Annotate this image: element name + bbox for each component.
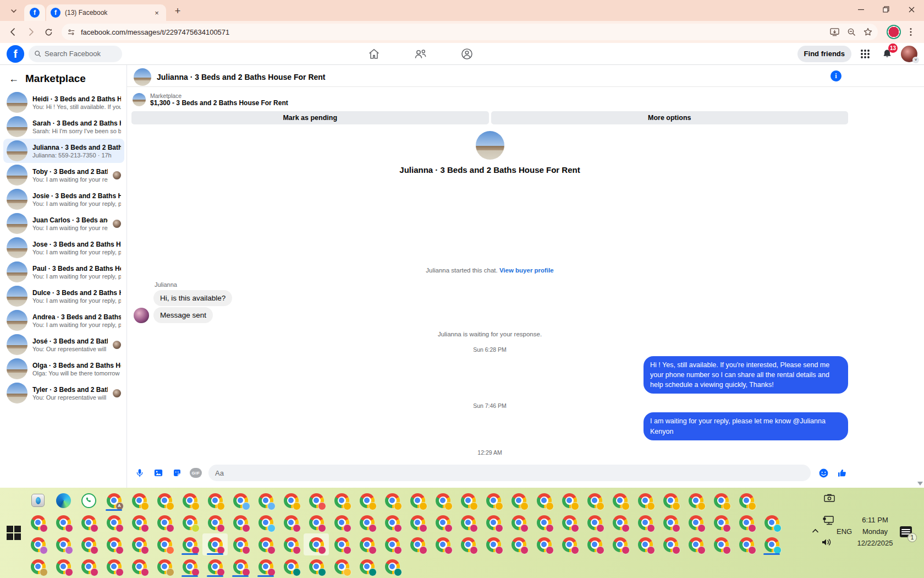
account-avatar[interactable]: ˅ (901, 46, 917, 62)
conversation-item[interactable]: Tyler · 3 Beds and 2 Baths Hous…You: Our… (3, 381, 124, 405)
taskbar-chrome-window[interactable] (278, 533, 304, 555)
volume-icon[interactable] (821, 538, 832, 547)
taskbar-chrome-window[interactable] (658, 511, 683, 533)
bookmark-star-icon[interactable] (864, 28, 872, 36)
taskbar-chrome-window[interactable] (708, 533, 734, 555)
tab-close-icon[interactable]: × (152, 8, 162, 18)
find-friends-button[interactable]: Find friends (798, 46, 851, 62)
taskbar-chrome-window[interactable] (202, 533, 228, 555)
taskbar-chrome-window[interactable] (304, 489, 329, 511)
taskbar-chrome-window[interactable] (51, 555, 76, 577)
taskbar-chrome-window[interactable] (25, 555, 51, 577)
taskbar-chrome-window[interactable] (51, 511, 76, 533)
apps-grid-icon[interactable] (857, 46, 873, 62)
taskbar-chrome-window[interactable] (683, 511, 708, 533)
emoji-icon[interactable] (817, 467, 829, 479)
taskbar-chrome-window[interactable] (759, 511, 784, 533)
forward-button[interactable] (23, 24, 38, 40)
taskbar-chrome-window[interactable] (430, 511, 455, 533)
conversation-item[interactable]: Julianna · 3 Beds and 2 Baths Hous…Julia… (3, 139, 124, 163)
taskbar-chrome-window[interactable] (380, 511, 405, 533)
taskbar-chrome-window[interactable] (152, 489, 177, 511)
taskbar-chrome-window[interactable] (76, 511, 101, 533)
close-window-button[interactable] (899, 0, 924, 19)
active-tab[interactable]: f (13) Facebook × (46, 4, 166, 21)
taskbar-chrome-window[interactable] (228, 489, 253, 511)
taskbar-chrome-window[interactable] (202, 511, 228, 533)
taskbar-chrome-window[interactable] (481, 511, 506, 533)
taskbar-chrome-window[interactable] (202, 489, 228, 511)
gif-icon[interactable]: GIF (190, 467, 202, 479)
taskbar-chrome-window[interactable] (380, 533, 405, 555)
taskbar-chrome-window[interactable] (76, 555, 101, 577)
taskbar-chrome-window[interactable] (405, 533, 430, 555)
taskbar-chrome-window[interactable] (101, 533, 127, 555)
taskbar-chrome-window[interactable] (607, 533, 632, 555)
conversation-item[interactable]: Andrea · 3 Beds and 2 Baths Hous…You: I … (3, 308, 124, 332)
notifications-bell-icon[interactable]: 13 (879, 46, 895, 62)
taskbar-chrome-window[interactable] (278, 489, 304, 511)
browser-profile-avatar[interactable] (887, 25, 901, 39)
taskbar-chrome-window[interactable] (557, 511, 582, 533)
taskbar-chrome-window[interactable] (455, 533, 481, 555)
conversation-item[interactable]: Josie · 3 Beds and 2 Baths House F…You: … (3, 187, 124, 211)
taskbar-chrome-window[interactable] (683, 533, 708, 555)
taskbar-chrome-window[interactable] (177, 555, 202, 577)
taskbar-chrome-window[interactable] (506, 533, 531, 555)
taskbar-chrome-window[interactable] (127, 489, 152, 511)
taskbar-chrome-window[interactable] (152, 555, 177, 577)
taskbar-chrome-window[interactable] (734, 489, 759, 511)
taskbar-chrome-window[interactable] (354, 533, 380, 555)
conversation-item[interactable]: Juan Carlos · 3 Beds and 2 Baths…You: I … (3, 211, 124, 236)
back-button[interactable] (6, 24, 21, 40)
taskbar-chrome-window[interactable] (506, 489, 531, 511)
maximize-button[interactable] (873, 0, 899, 19)
taskbar-chrome-window[interactable] (582, 511, 607, 533)
language-indicator[interactable]: ENG (837, 527, 852, 536)
tray-chevron-up-icon[interactable] (812, 528, 819, 533)
outgoing-message-bubble[interactable]: I am waiting for your reply, please let … (644, 412, 848, 440)
taskbar-chrome-window[interactable] (51, 533, 76, 555)
voice-clip-icon[interactable] (134, 467, 146, 479)
taskbar-app-edge[interactable] (51, 489, 76, 511)
taskbar-chrome-window[interactable] (632, 533, 658, 555)
taskbar-chrome-window[interactable] (177, 489, 202, 511)
mark-as-pending-button[interactable]: Mark as pending (131, 111, 489, 124)
conversation-item[interactable]: José · 3 Beds and 2 Baths House…You: Our… (3, 332, 124, 357)
taskbar-chrome-window[interactable] (455, 511, 481, 533)
taskbar-chrome-window[interactable] (582, 489, 607, 511)
conversation-item[interactable]: Toby · 3 Beds and 2 Baths Hous…You: I am… (3, 163, 124, 187)
start-button[interactable] (7, 526, 21, 540)
taskbar-chrome-window[interactable] (177, 533, 202, 555)
conversation-item[interactable]: Heidi · 3 Beds and 2 Baths House F…You: … (3, 90, 124, 114)
outgoing-message-bubble[interactable]: Hi ! Yes, still available. If you're int… (644, 356, 848, 394)
conversation-info-icon[interactable]: i (831, 70, 842, 81)
taskbar-chrome-window[interactable] (152, 511, 177, 533)
taskbar-chrome-window[interactable] (455, 489, 481, 511)
attach-image-icon[interactable] (152, 467, 164, 479)
taskbar-chrome-window[interactable] (253, 489, 278, 511)
taskbar-chrome-window[interactable] (304, 533, 329, 555)
conversation-item[interactable]: Jose · 3 Beds and 2 Baths House F…You: I… (3, 236, 124, 260)
conversation-item[interactable]: Olga · 3 Beds and 2 Baths House F…Olga: … (3, 357, 124, 381)
taskbar-app-whatsapp[interactable] (76, 489, 101, 511)
back-arrow-icon[interactable]: ← (9, 73, 19, 85)
taskbar-chrome-window[interactable] (734, 533, 759, 555)
taskbar-chrome-window[interactable] (658, 533, 683, 555)
taskbar-chrome-window[interactable] (481, 489, 506, 511)
taskbar-chrome-window[interactable] (405, 489, 430, 511)
taskbar-chrome-window[interactable] (101, 511, 127, 533)
taskbar-chrome-window[interactable] (253, 555, 278, 577)
taskbar-chrome-window[interactable] (278, 511, 304, 533)
taskbar-chrome-window[interactable] (759, 533, 784, 555)
new-tab-button[interactable]: + (170, 4, 185, 18)
taskbar-chrome-window[interactable] (708, 511, 734, 533)
taskbar-chrome-window[interactable] (405, 511, 430, 533)
taskbar-chrome-window[interactable] (734, 511, 759, 533)
taskbar-chrome-window[interactable]: A (101, 489, 127, 511)
taskbar-chrome-window[interactable] (354, 511, 380, 533)
taskbar-chrome-window[interactable] (607, 511, 632, 533)
taskbar-chrome-window[interactable] (177, 511, 202, 533)
taskbar-chrome-window[interactable] (127, 555, 152, 577)
facebook-logo[interactable]: f (7, 45, 24, 63)
